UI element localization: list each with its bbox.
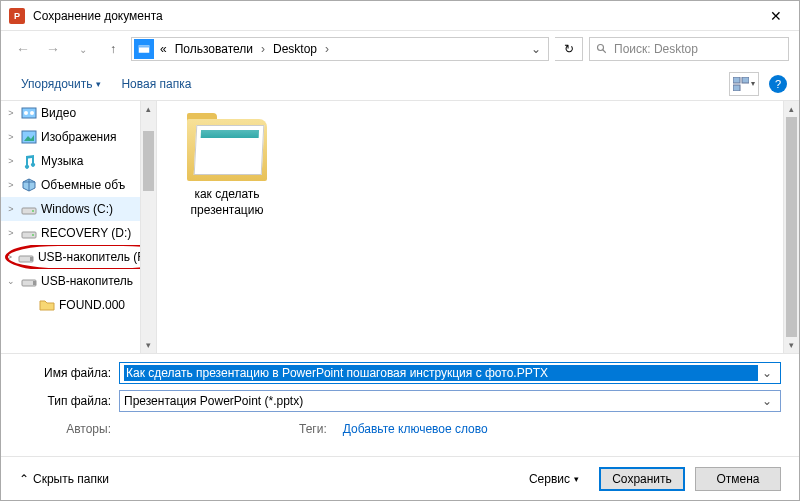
history-dropdown[interactable]: ⌄ — [71, 37, 95, 61]
usb-icon — [21, 273, 37, 289]
tools-dropdown[interactable]: Сервис▾ — [529, 472, 579, 486]
sidebar-item[interactable]: >USB-накопитель (F:) — [1, 245, 156, 269]
tree-chevron-icon[interactable]: > — [5, 204, 17, 214]
usb-icon — [18, 249, 34, 265]
forward-button[interactable]: → — [41, 37, 65, 61]
content-scrollbar[interactable]: ▴ ▾ — [783, 101, 799, 353]
window-title: Сохранение документа — [33, 9, 753, 23]
filetype-select[interactable]: Презентация PowerPoint (*.pptx) ⌄ — [119, 390, 781, 412]
tree-chevron-icon[interactable]: > — [5, 132, 17, 142]
svg-line-3 — [603, 50, 606, 53]
svg-point-8 — [24, 111, 28, 115]
organize-button[interactable]: Упорядочить▾ — [13, 73, 109, 95]
filename-value: Как сделать презентацию в PowerPoint пош… — [124, 365, 758, 381]
tags-label: Теги: — [299, 422, 335, 436]
sidebar-item-label: FOUND.000 — [59, 298, 125, 312]
search-placeholder: Поиск: Desktop — [614, 42, 698, 56]
chevron-up-icon: ⌃ — [19, 472, 29, 486]
drive-icon — [21, 225, 37, 241]
filetype-dropdown[interactable]: ⌄ — [758, 394, 776, 408]
sidebar-item-label: Видео — [41, 106, 76, 120]
tree-chevron-icon[interactable]: > — [5, 108, 17, 118]
filename-dropdown[interactable]: ⌄ — [758, 366, 776, 380]
nav-bar: ← → ⌄ ↑ « Пользователи › Desktop › ⌄ ↻ П… — [1, 31, 799, 67]
scroll-thumb[interactable] — [143, 131, 154, 191]
sidebar-item[interactable]: >Изображения — [1, 125, 156, 149]
svg-point-2 — [598, 45, 604, 51]
tree-chevron-icon[interactable]: ⌄ — [5, 276, 17, 286]
sidebar-item[interactable]: >Видео — [1, 101, 156, 125]
address-bar[interactable]: « Пользователи › Desktop › ⌄ — [131, 37, 549, 61]
svg-rect-1 — [139, 45, 150, 47]
svg-rect-6 — [733, 85, 740, 91]
sidebar-item[interactable]: >Windows (C:) — [1, 197, 156, 221]
new-folder-button[interactable]: Новая папка — [113, 73, 199, 95]
sidebar-item-label: Windows (C:) — [41, 202, 113, 216]
folder-item[interactable]: как сделатьпрезентацию — [177, 111, 277, 218]
filetype-value: Презентация PowerPoint (*.pptx) — [124, 394, 758, 408]
music-icon — [21, 153, 37, 169]
tree-chevron-icon[interactable]: > — [5, 180, 17, 190]
help-button[interactable]: ? — [769, 75, 787, 93]
svg-rect-5 — [742, 77, 749, 83]
scroll-down-icon[interactable]: ▾ — [141, 337, 156, 353]
form-area: Имя файла: Как сделать презентацию в Pow… — [1, 353, 799, 440]
address-prefix: « — [156, 42, 171, 56]
sidebar-item-label: USB-накопитель — [41, 274, 133, 288]
filename-input[interactable]: Как сделать презентацию в PowerPoint пош… — [119, 362, 781, 384]
sidebar-item-label: Объемные объ — [41, 178, 125, 192]
close-button[interactable]: ✕ — [753, 1, 799, 31]
sidebar-item[interactable]: ⌄USB-накопитель — [1, 269, 156, 293]
tree-chevron-icon[interactable]: > — [5, 156, 17, 166]
drive-icon — [21, 201, 37, 217]
up-button[interactable]: ↑ — [101, 37, 125, 61]
search-icon — [596, 43, 608, 55]
folder-icon — [187, 111, 267, 181]
scroll-up-icon[interactable]: ▴ — [784, 101, 799, 117]
address-dropdown[interactable]: ⌄ — [524, 42, 548, 56]
footer: ⌃ Скрыть папки Сервис▾ Сохранить Отмена — [1, 456, 799, 500]
filename-label: Имя файла: — [19, 366, 119, 380]
images-icon — [21, 129, 37, 145]
location-icon — [134, 39, 154, 59]
address-seg-desktop[interactable]: Desktop — [269, 42, 321, 56]
save-button[interactable]: Сохранить — [599, 467, 685, 491]
refresh-button[interactable]: ↻ — [555, 37, 583, 61]
main-area: >Видео>Изображения>Музыка>Объемные объ>W… — [1, 101, 799, 353]
svg-point-9 — [30, 111, 34, 115]
scroll-thumb[interactable] — [786, 117, 797, 337]
scroll-down-icon[interactable]: ▾ — [784, 337, 799, 353]
cancel-button[interactable]: Отмена — [695, 467, 781, 491]
scroll-up-icon[interactable]: ▴ — [141, 101, 156, 117]
content-area[interactable]: как сделатьпрезентацию ▴ ▾ — [157, 101, 799, 353]
folder-icon — [39, 297, 55, 313]
tree-chevron-icon[interactable]: > — [5, 228, 17, 238]
sidebar-item[interactable]: >RECOVERY (D:) — [1, 221, 156, 245]
sidebar: >Видео>Изображения>Музыка>Объемные объ>W… — [1, 101, 157, 353]
folder-label: как сделатьпрезентацию — [177, 187, 277, 218]
svg-rect-22 — [33, 281, 36, 285]
search-input[interactable]: Поиск: Desktop — [589, 37, 789, 61]
hide-folders-button[interactable]: ⌃ Скрыть папки — [19, 472, 109, 486]
address-separator[interactable]: › — [257, 42, 269, 56]
address-separator[interactable]: › — [321, 42, 333, 56]
sidebar-item[interactable]: >Музыка — [1, 149, 156, 173]
sidebar-item[interactable]: >Объемные объ — [1, 173, 156, 197]
filetype-label: Тип файла: — [19, 394, 119, 408]
title-bar: P Сохранение документа ✕ — [1, 1, 799, 31]
svg-rect-20 — [30, 257, 33, 261]
svg-point-16 — [32, 210, 34, 212]
back-button[interactable]: ← — [11, 37, 35, 61]
view-options-button[interactable]: ▾ — [729, 72, 759, 96]
tags-value[interactable]: Добавьте ключевое слово — [343, 422, 488, 436]
sidebar-item-label: USB-накопитель (F:) — [38, 250, 152, 264]
address-seg-users[interactable]: Пользователи — [171, 42, 257, 56]
sidebar-item[interactable]: FOUND.000 — [1, 293, 156, 317]
tree-chevron-icon[interactable]: > — [5, 252, 14, 262]
sidebar-scrollbar[interactable]: ▴ ▾ — [140, 101, 156, 353]
app-icon: P — [9, 8, 25, 24]
sidebar-item-label: Изображения — [41, 130, 116, 144]
cube-icon — [21, 177, 37, 193]
sidebar-item-label: Музыка — [41, 154, 83, 168]
toolbar: Упорядочить▾ Новая папка ▾ ? — [1, 67, 799, 101]
